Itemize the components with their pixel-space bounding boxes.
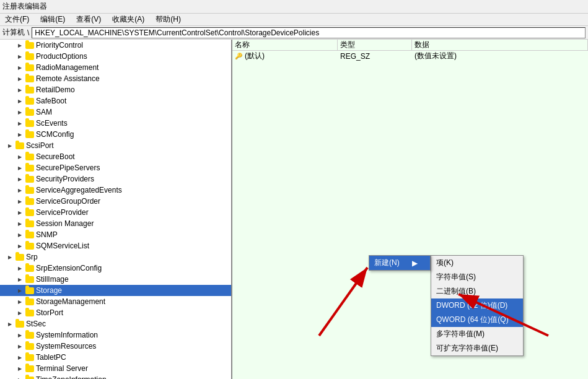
folder-icon bbox=[25, 107, 35, 117]
tree-label: TimeZoneInformation bbox=[36, 375, 107, 379]
tree-item[interactable]: ▶ ProductOptions bbox=[0, 51, 231, 62]
folder-icon bbox=[25, 241, 35, 251]
tree-item[interactable]: ▶ TimeZoneInformation bbox=[0, 374, 231, 379]
tree-label: ServiceAggregatedEvents bbox=[36, 186, 122, 194]
tree-arrow: ▶ bbox=[15, 297, 25, 307]
tree-label: SCMConfig bbox=[36, 130, 74, 139]
tree-item[interactable]: ▶ SecureBoot bbox=[0, 151, 231, 162]
tree-arrow: ▶ bbox=[15, 274, 25, 284]
tree-label: SNMP bbox=[36, 230, 58, 239]
tree-label: ServiceGroupOrder bbox=[36, 197, 100, 206]
tree-arrow: ▶ bbox=[15, 308, 25, 318]
tree-item[interactable]: ▶ SystemResources bbox=[0, 341, 231, 352]
tree-arrow: ▶ bbox=[5, 319, 15, 329]
submenu-item-multistring[interactable]: 多字符串值(M) bbox=[431, 327, 523, 341]
tree-item[interactable]: ▶ TabletPC bbox=[0, 352, 231, 363]
tree-item[interactable]: ▶ SCMConfig bbox=[0, 129, 231, 140]
submenu[interactable]: 项(K) 字符串值(S) 二进制值(B) DWORD (32 位)值(D) QW… bbox=[431, 255, 524, 356]
tree-item[interactable]: ▶ Remote Assistance bbox=[0, 73, 231, 84]
submenu-item-binary[interactable]: 二进制值(B) bbox=[431, 284, 523, 298]
title-bar: 注册表编辑器 bbox=[0, 0, 588, 14]
tree-label: Storage bbox=[36, 286, 62, 295]
submenu-item-dword[interactable]: DWORD (32 位)值(D) bbox=[431, 298, 523, 313]
tree-item[interactable]: ▶ ScEvents bbox=[0, 118, 231, 129]
tree-arrow: ▶ bbox=[15, 241, 25, 251]
tree-arrow: ▶ bbox=[5, 252, 15, 262]
submenu-item-expandstring[interactable]: 可扩充字符串值(E) bbox=[431, 341, 523, 355]
tree-item[interactable]: ▶ StSec bbox=[0, 318, 231, 329]
right-panel: 名称 类型 数据 🔑 (默认) REG_SZ (数值未设置) 新建(N) bbox=[232, 40, 588, 379]
menu-edit[interactable]: 编辑(E) bbox=[38, 14, 68, 25]
tree-item[interactable]: ▶ SecurityProviders bbox=[0, 173, 231, 185]
folder-icon bbox=[25, 308, 35, 318]
tree-label: SQMServiceList bbox=[36, 242, 89, 250]
tree-label: SecureBoot bbox=[36, 152, 75, 161]
tree-item[interactable]: ▶ ServiceAggregatedEvents bbox=[0, 185, 231, 196]
tree-item[interactable]: ▶ RetailDemo bbox=[0, 84, 231, 95]
tree-label: PriorityControl bbox=[36, 41, 83, 50]
ctx-new-item[interactable]: 新建(N) ▶ bbox=[369, 256, 430, 270]
submenu-item-string[interactable]: 字符串值(S) bbox=[431, 270, 523, 284]
main-content: ▶ PriorityControl ▶ ProductOptions ▶ Rad… bbox=[0, 40, 588, 379]
tree-item[interactable]: ▶ StillImage bbox=[0, 274, 231, 285]
tree-arrow: ▶ bbox=[15, 219, 25, 229]
submenu-item-key[interactable]: 项(K) bbox=[431, 256, 523, 270]
folder-icon bbox=[25, 219, 35, 229]
tree-item[interactable]: ▶ SecurePipeServers bbox=[0, 162, 231, 173]
tree-arrow: ▶ bbox=[15, 263, 25, 273]
tree-item[interactable]: ▶ SAM bbox=[0, 107, 231, 118]
tree-label: Srp bbox=[26, 253, 38, 261]
tree-arrow: ▶ bbox=[15, 375, 25, 379]
tree-item[interactable]: ▶ Storage bbox=[0, 285, 231, 296]
tree-item[interactable]: ▶ ServiceGroupOrder bbox=[0, 196, 231, 207]
reg-row-default[interactable]: 🔑 (默认) REG_SZ (数值未设置) bbox=[232, 51, 588, 62]
address-path[interactable]: HKEY_LOCAL_MACHINE\SYSTEM\CurrentControl… bbox=[32, 27, 586, 38]
tree-arrow: ▶ bbox=[15, 174, 25, 184]
tree-label: StSec bbox=[26, 320, 46, 328]
submenu-item-qword[interactable]: QWORD (64 位)值(Q) bbox=[431, 313, 523, 327]
tree-arrow: ▶ bbox=[15, 352, 25, 362]
tree-item[interactable]: ▶ StorageManagement bbox=[0, 296, 231, 307]
tree-arrow: ▶ bbox=[15, 163, 25, 173]
col-header-type: 类型 bbox=[338, 40, 412, 50]
tree-item[interactable]: ▶ StorPort bbox=[0, 307, 231, 318]
tree-panel[interactable]: ▶ PriorityControl ▶ ProductOptions ▶ Rad… bbox=[0, 40, 232, 379]
folder-icon bbox=[25, 274, 35, 284]
tree-item[interactable]: ▶ ScsiPort bbox=[0, 140, 231, 151]
folder-icon bbox=[25, 85, 35, 95]
tree-item[interactable]: ▶ SQMServiceList bbox=[0, 240, 231, 251]
menu-file[interactable]: 文件(F) bbox=[2, 14, 32, 25]
tree-item[interactable]: ▶ SystemInformation bbox=[0, 329, 231, 341]
tree-label: RadioManagement bbox=[36, 63, 99, 72]
tree-item[interactable]: ▶ SrpExtensionConfig bbox=[0, 263, 231, 274]
tree-label: RetailDemo bbox=[36, 85, 75, 94]
tree-arrow: ▶ bbox=[15, 63, 25, 72]
folder-icon bbox=[25, 163, 35, 173]
title-text: 注册表编辑器 bbox=[2, 1, 47, 12]
menu-help[interactable]: 帮助(H) bbox=[153, 14, 183, 25]
tree-label: Session Manager bbox=[36, 219, 94, 228]
tree-item[interactable]: ▶ PriorityControl bbox=[0, 40, 231, 51]
reg-value-icon: 🔑 bbox=[234, 51, 244, 61]
tree-item[interactable]: ▶ SNMP bbox=[0, 229, 231, 240]
tree-arrow: ▶ bbox=[15, 40, 25, 50]
tree-item[interactable]: ▶ SafeBoot bbox=[0, 95, 231, 107]
folder-icon bbox=[25, 196, 35, 206]
address-label: 计算机 bbox=[2, 27, 25, 38]
menu-view[interactable]: 查看(V) bbox=[74, 14, 103, 25]
tree-item[interactable]: ▶ Srp bbox=[0, 251, 231, 263]
address-bar: 计算机 \ HKEY_LOCAL_MACHINE\SYSTEM\CurrentC… bbox=[0, 26, 588, 40]
tree-label: SafeBoot bbox=[36, 97, 66, 105]
folder-icon bbox=[25, 297, 35, 307]
tree-label: SecurePipeServers bbox=[36, 163, 100, 172]
tree-item[interactable]: ▶ RadioManagement bbox=[0, 62, 231, 73]
tree-arrow: ▶ bbox=[15, 330, 25, 340]
folder-icon bbox=[25, 63, 35, 72]
tree-item[interactable]: ▶ Terminal Server bbox=[0, 363, 231, 374]
menu-favorites[interactable]: 收藏夹(A) bbox=[110, 14, 147, 25]
tree-item[interactable]: ▶ Session Manager bbox=[0, 218, 231, 229]
tree-item[interactable]: ▶ ServiceProvider bbox=[0, 207, 231, 218]
folder-icon bbox=[25, 207, 35, 217]
right-click-context-menu[interactable]: 新建(N) ▶ bbox=[369, 255, 431, 271]
reg-data-default: (数值未设置) bbox=[412, 51, 588, 61]
